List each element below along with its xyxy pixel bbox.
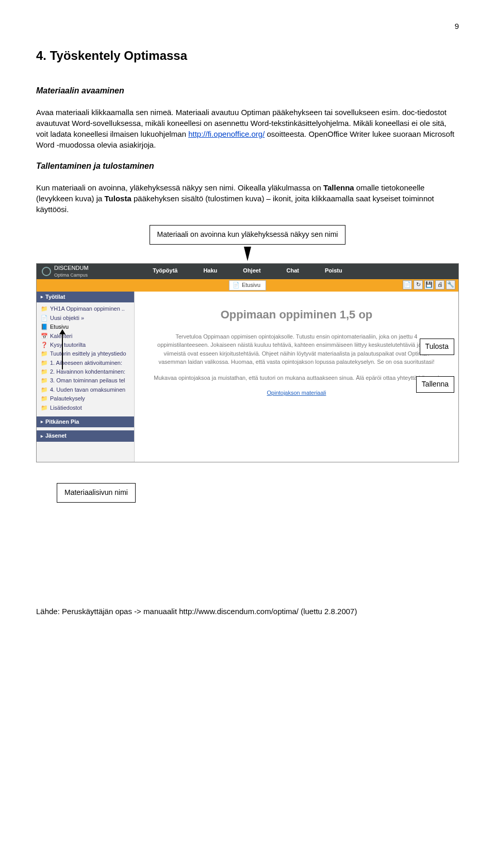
question-icon: ❓ — [41, 341, 48, 349]
sidebar-item[interactable]: 📁1. Aiheeseen aktivoituminen: — [40, 359, 134, 367]
shot-topbar: DISCENDUM Optima Campus Työpöytä Haku Oh… — [37, 264, 458, 279]
sidebar-header-user[interactable]: Pitkänen Pia — [37, 416, 134, 427]
refresh-icon[interactable]: ↻ — [414, 280, 423, 290]
folder-icon: 📁 — [41, 305, 48, 313]
settings-icon[interactable]: 🔧 — [446, 280, 455, 290]
sidebar-item[interactable]: 📁YH1A Oppimaan oppiminen .. — [40, 304, 134, 313]
content-frame: Oppimaan oppiminen 1,5 op Tervetuloa Opp… — [135, 292, 458, 462]
nav-haku[interactable]: Haku — [203, 267, 217, 275]
folder-icon: 📁 — [41, 377, 48, 384]
calendar-icon: 📅 — [41, 332, 48, 340]
arrow-up-icon — [59, 329, 65, 334]
frontpage-tab[interactable]: 📄 Etusivu — [229, 280, 266, 290]
sidebar: Työtilat 📁YH1A Oppimaan oppiminen .. 📄Uu… — [37, 292, 135, 462]
nav-ohjeet[interactable]: Ohjeet — [243, 267, 260, 275]
sidebar-item-etusivu[interactable]: 📘Etusivu — [40, 323, 134, 331]
paragraph-2: Kun materiaali on avoinna, yläkehyksessä… — [36, 182, 459, 215]
sidebar-item[interactable]: 📁Palautekysely — [40, 394, 134, 403]
page-icon: 📄 — [41, 314, 48, 322]
paragraph-1: Avaa materiaali klikkaamalla sen nimeä. … — [36, 107, 459, 150]
sidebar-item[interactable]: 📁Lisätiedostot — [40, 404, 134, 412]
sidebar-list: 📁YH1A Oppimaan oppiminen .. 📄Uusi objekt… — [37, 302, 134, 416]
callout-tulosta: Tulosta — [420, 339, 454, 355]
folder-icon: 📁 — [41, 350, 48, 358]
nav-poistu[interactable]: Poistu — [325, 267, 342, 275]
save-icon[interactable]: 💾 — [424, 280, 434, 290]
sidebar-item[interactable]: 📄Uusi objekti » — [40, 314, 134, 323]
shot-tabbar: 📄 Etusivu 📄 ↻ 💾 🖨 🔧 — [37, 279, 458, 292]
top-nav: Työpöytä Haku Ohjeet Chat Poistu — [37, 267, 458, 275]
sidebar-item[interactable]: 📁4. Uuden tavan omaksuminen — [40, 385, 134, 394]
material-link[interactable]: Opintojakson materiaali — [267, 390, 326, 396]
folder-icon: 📁 — [41, 386, 48, 394]
footer-source: Lähde: Peruskäyttäjän opas -> manuaalit … — [36, 606, 459, 617]
callout-bottom: Materiaalisivun nimi — [57, 483, 136, 503]
sidebar-item[interactable]: 📁Tuutorin esittely ja yhteystiedo — [40, 349, 134, 358]
sidebar-header-workspaces[interactable]: Työtilat — [37, 292, 134, 302]
content-title: Oppimaan oppiminen 1,5 op — [150, 307, 443, 323]
page-icon: 📘 — [41, 323, 48, 331]
sidebar-header-members[interactable]: Jäsenet — [37, 430, 134, 441]
sidebar-item[interactable]: 📅Kalenteri — [40, 332, 134, 341]
subheading-2: Tallentaminen ja tulostaminen — [36, 160, 459, 172]
file-icon[interactable]: 📄 — [403, 280, 412, 290]
arrow-down-icon — [244, 247, 251, 261]
content-paragraph-2: Mukavaa opintojaksoa ja muistathan, että… — [150, 374, 443, 382]
subheading-1: Materiaalin avaaminen — [36, 85, 459, 97]
sidebar-item[interactable]: ❓Kysy tuutorilta — [40, 341, 134, 349]
print-icon[interactable]: 🖨 — [435, 280, 444, 290]
content-paragraph-1: Tervetuloa Oppimaan oppimisen opintojaks… — [150, 332, 443, 366]
page-number: 9 — [36, 21, 459, 31]
optima-screenshot: DISCENDUM Optima Campus Työpöytä Haku Oh… — [36, 263, 459, 462]
callout-top: Materiaali on avoinna kun yläkehyksessä … — [150, 225, 346, 245]
callout-tallenna: Tallenna — [416, 376, 454, 393]
page-icon: 📄 — [233, 281, 240, 289]
folder-icon: 📁 — [41, 404, 48, 412]
callout-bottom-wrap: Materiaalisivun nimi — [57, 483, 459, 503]
sidebar-item[interactable]: 📁3. Oman toiminnan peilaus tel — [40, 376, 134, 385]
heading-main: 4. Työskentely Optimassa — [36, 47, 459, 65]
callout-top-wrap: Materiaali on avoinna kun yläkehyksessä … — [36, 225, 459, 261]
folder-icon: 📁 — [41, 368, 48, 376]
nav-tyopoyta[interactable]: Työpöytä — [153, 267, 177, 275]
folder-icon: 📁 — [41, 359, 48, 367]
nav-chat[interactable]: Chat — [287, 267, 299, 275]
openoffice-link[interactable]: http://fi.openoffice.org/ — [188, 130, 265, 138]
folder-icon: 📁 — [41, 395, 48, 403]
sidebar-item[interactable]: 📁2. Havainnon kohdentaminen: — [40, 367, 134, 376]
